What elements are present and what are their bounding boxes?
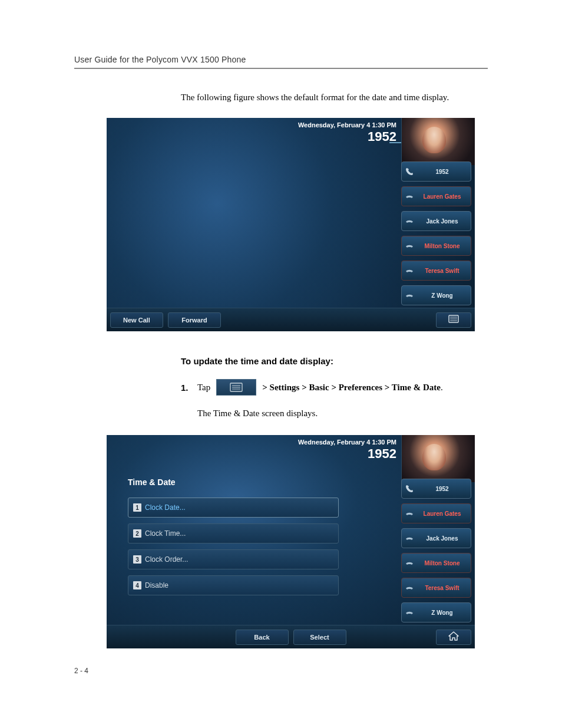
- speed-dial-label: Milton Stone: [417, 560, 467, 566]
- softkey-bar: New Call Forward: [107, 308, 475, 331]
- handset-icon: [404, 483, 415, 494]
- menu-item-label: Clock Time...: [145, 529, 186, 538]
- speed-dial-entry[interactable]: Lauren Gates: [401, 503, 471, 523]
- speed-dial-self[interactable]: 1952: [401, 162, 471, 182]
- speed-dial-label: Jack Jones: [417, 218, 467, 225]
- menu-item-label: Clock Date...: [145, 503, 186, 512]
- speed-dial-label: Teresa Swift: [417, 585, 467, 591]
- speed-dial-label: 1952: [417, 486, 467, 492]
- hangup-icon: [404, 558, 415, 568]
- menu-item-number: 3: [133, 555, 141, 564]
- hangup-icon: [404, 191, 415, 202]
- menu-item-number: 2: [133, 529, 141, 538]
- applications-icon: [448, 315, 459, 325]
- speed-dial-label: Lauren Gates: [417, 193, 467, 200]
- menu-icon-inline: [216, 379, 256, 396]
- select-button[interactable]: Select: [293, 630, 346, 645]
- speed-dial-entry[interactable]: Lauren Gates: [401, 186, 471, 206]
- speed-dial-list: 1952 Lauren Gates Jack Jones Milton Ston…: [401, 162, 471, 305]
- softkey-bar: Back Select: [107, 625, 475, 648]
- hangup-icon: [404, 265, 415, 276]
- hangup-icon: [404, 216, 415, 226]
- speed-dial-entry[interactable]: Teresa Swift: [401, 578, 471, 598]
- menu-item-label: Clock Order...: [145, 555, 188, 564]
- hangup-icon: [404, 290, 415, 301]
- speed-dial-entry[interactable]: Z Wong: [401, 602, 471, 622]
- speed-dial-label: Teresa Swift: [417, 268, 467, 274]
- page-number: 2 - 4: [74, 667, 88, 675]
- user-avatar: [401, 118, 475, 165]
- intro-paragraph: The following figure shows the default f…: [181, 93, 488, 103]
- hangup-icon: [404, 607, 415, 618]
- menu-item-clock-date[interactable]: 1 Clock Date...: [128, 498, 339, 518]
- step-1: 1. Tap > Settings > Basic > Preferences …: [181, 379, 488, 396]
- speed-dial-entry[interactable]: Z Wong: [401, 285, 471, 305]
- speed-dial-entry[interactable]: Milton Stone: [401, 236, 471, 256]
- menu-item-number: 4: [133, 581, 141, 589]
- new-call-button[interactable]: New Call: [110, 312, 163, 328]
- speed-dial-label: 1952: [417, 169, 467, 175]
- home-icon: [448, 631, 459, 643]
- phone-home-screen: Wednesday, February 4 1:30 PM 1952 1952 …: [107, 118, 475, 331]
- speed-dial-label: Lauren Gates: [417, 510, 467, 517]
- menu-item-number: 1: [133, 503, 141, 512]
- step-followup: The Time & Date screen displays.: [197, 409, 488, 419]
- menu-item-clock-time[interactable]: 2 Clock Time...: [128, 523, 339, 543]
- step-number: 1.: [181, 383, 191, 393]
- status-datetime: Wednesday, February 4 1:30 PM: [107, 121, 396, 129]
- menu-item-disable[interactable]: 4 Disable: [128, 575, 339, 595]
- menu-list: 1 Clock Date... 2 Clock Time... 3 Clock …: [128, 498, 339, 595]
- speed-dial-entry[interactable]: Jack Jones: [401, 528, 471, 548]
- instruction-heading: To update the time and date display:: [181, 356, 488, 366]
- status-bar: Wednesday, February 4 1:30 PM 1952: [107, 118, 401, 150]
- hangup-icon: [404, 508, 415, 519]
- status-extension: 1952: [107, 129, 396, 144]
- phone-time-date-screen: Wednesday, February 4 1:30 PM 1952 Time …: [107, 435, 475, 648]
- speed-dial-entry[interactable]: Teresa Swift: [401, 261, 471, 281]
- speed-dial-label: Milton Stone: [417, 243, 467, 249]
- status-datetime: Wednesday, February 4 1:30 PM: [107, 439, 396, 446]
- menu-item-label: Disable: [145, 581, 168, 589]
- speed-dial-label: Jack Jones: [417, 535, 467, 542]
- status-indicator-line: [389, 142, 401, 143]
- forward-button[interactable]: Forward: [168, 312, 221, 328]
- speed-dial-self[interactable]: 1952: [401, 479, 471, 499]
- applications-button[interactable]: [436, 312, 471, 328]
- doc-header-title: User Guide for the Polycom VVX 1500 Phon…: [74, 55, 488, 64]
- menu-title: Time & Date: [128, 477, 176, 487]
- status-extension: 1952: [107, 446, 396, 462]
- hangup-icon: [404, 533, 415, 543]
- step-tap-word: Tap: [197, 383, 210, 393]
- hangup-icon: [404, 582, 415, 593]
- status-bar: Wednesday, February 4 1:30 PM 1952: [107, 435, 401, 467]
- speed-dial-label: Z Wong: [417, 292, 467, 299]
- home-button[interactable]: [436, 630, 471, 645]
- menu-item-clock-order[interactable]: 3 Clock Order...: [128, 549, 339, 569]
- speed-dial-list: 1952 Lauren Gates Jack Jones Milton Ston…: [401, 479, 471, 622]
- step-path: > Settings > Basic > Preferences > Time …: [262, 383, 442, 393]
- speed-dial-entry[interactable]: Jack Jones: [401, 211, 471, 231]
- user-avatar: [401, 435, 475, 482]
- hangup-icon: [404, 241, 415, 251]
- speed-dial-entry[interactable]: Milton Stone: [401, 553, 471, 573]
- back-button[interactable]: Back: [236, 630, 289, 645]
- handset-icon: [404, 166, 415, 177]
- speed-dial-label: Z Wong: [417, 610, 467, 616]
